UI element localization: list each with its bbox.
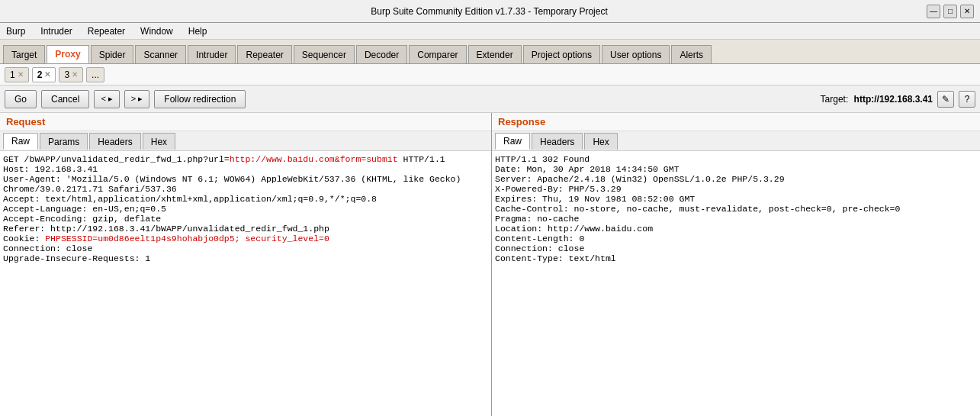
request-line-referer: Referer: http://192.168.3.41/bWAPP/unval… — [3, 224, 488, 234]
menu-repeater[interactable]: Repeater — [85, 25, 128, 37]
num-tab-2-label: 2 — [37, 69, 43, 80]
response-tab-headers[interactable]: Headers — [532, 133, 583, 150]
request-line-accept: Accept: text/html,application/xhtml+xml,… — [3, 194, 488, 204]
tab-extender[interactable]: Extender — [468, 45, 522, 63]
response-content[interactable]: HTTP/1.1 302 Found Date: Mon, 30 Apr 201… — [492, 151, 980, 416]
tab-sequencer[interactable]: Sequencer — [294, 45, 355, 63]
request-method-path: GET /bWAPP/unvalidated_redir_fwd_1.php?u… — [3, 154, 230, 164]
main-tab-bar: Target Proxy Spider Scanner Intruder Rep… — [0, 40, 980, 64]
forward-button[interactable]: > ▸ — [124, 90, 149, 108]
request-line-ua2: Chrome/39.0.2171.71 Safari/537.36 — [3, 184, 488, 194]
request-tab-headers[interactable]: Headers — [89, 133, 140, 150]
tab-repeater[interactable]: Repeater — [237, 45, 291, 63]
response-line-1: Date: Mon, 30 Apr 2018 14:34:50 GMT — [495, 164, 977, 174]
number-tab-bar: 1 ✕ 2 ✕ 3 ✕ ... — [0, 64, 980, 85]
request-cookie-value: PHPSESSID=um0d86eelt1p4s9hohabjo0dp5; se… — [45, 234, 329, 243]
help-button[interactable]: ? — [959, 91, 975, 108]
minimize-button[interactable]: — — [927, 5, 940, 18]
tab-target[interactable]: Target — [3, 45, 45, 63]
request-section-label: Request — [0, 113, 491, 131]
target-label-text: Target: — [821, 94, 849, 105]
response-section-label: Response — [492, 113, 980, 131]
cancel-button[interactable]: Cancel — [41, 90, 89, 108]
request-tab-params[interactable]: Params — [40, 133, 88, 150]
request-http-version: HTTP/1.1 — [398, 154, 445, 164]
response-tab-raw[interactable]: Raw — [495, 133, 530, 150]
response-tab-hex[interactable]: Hex — [584, 133, 617, 150]
menu-intruder[interactable]: Intruder — [37, 25, 75, 37]
request-line-upgrade: Upgrade-Insecure-Requests: 1 — [3, 253, 488, 263]
target-label-area: Target: http://192.168.3.41 — [821, 94, 933, 105]
request-content[interactable]: GET /bWAPP/unvalidated_redir_fwd_1.php?u… — [0, 151, 491, 416]
request-line-ua1: User-Agent: 'Mozilla/5.0 (Windows NT 6.1… — [3, 174, 488, 184]
response-line-6: Pragma: no-cache — [495, 214, 977, 224]
request-line-cookie: Cookie: PHPSESSID=um0d86eelt1p4s9hohabjo… — [3, 234, 488, 243]
num-tab-3[interactable]: 3 ✕ — [59, 67, 83, 82]
tab-proxy[interactable]: Proxy — [47, 45, 88, 63]
request-line-host: Host: 192.168.3.41 — [3, 164, 488, 174]
menu-window[interactable]: Window — [137, 25, 176, 37]
num-tab-2[interactable]: 2 ✕ — [32, 67, 56, 82]
num-tab-2-close[interactable]: ✕ — [44, 70, 50, 79]
go-button[interactable]: Go — [5, 90, 37, 108]
num-tab-1-label: 1 — [10, 69, 15, 80]
request-line-lang: Accept-Language: en-US,en;q=0.5 — [3, 204, 488, 214]
tab-comparer[interactable]: Comparer — [409, 45, 466, 63]
request-cookie-label: Cookie: — [3, 234, 45, 243]
tab-project-options[interactable]: Project options — [523, 45, 600, 63]
tab-alerts[interactable]: Alerts — [671, 45, 712, 63]
tab-decoder[interactable]: Decoder — [356, 45, 407, 63]
request-panel: Request Raw Params Headers Hex GET /bWAP… — [0, 113, 492, 416]
close-button[interactable]: ✕ — [960, 5, 974, 18]
menu-bar: Burp Intruder Repeater Window Help — [0, 23, 980, 40]
title-bar: Burp Suite Community Edition v1.7.33 - T… — [0, 0, 980, 23]
edit-target-button[interactable]: ✎ — [937, 91, 954, 108]
request-tab-hex[interactable]: Hex — [143, 133, 175, 150]
maximize-button[interactable]: □ — [943, 5, 957, 18]
back-button[interactable]: < ▸ — [94, 90, 119, 108]
num-tab-3-label: 3 — [64, 69, 69, 80]
response-line-4: Expires: Thu, 19 Nov 1981 08:52:00 GMT — [495, 194, 977, 204]
response-line-8: Content-Length: 0 — [495, 234, 977, 243]
num-tab-1-close[interactable]: ✕ — [18, 70, 24, 79]
num-tab-more[interactable]: ... — [86, 67, 104, 82]
request-line-encoding: Accept-Encoding: gzip, deflate — [3, 214, 488, 224]
toolbar: Go Cancel < ▸ > ▸ Follow redirection Tar… — [0, 85, 980, 113]
response-line-2: Server: Apache/2.4.18 (Win32) OpenSSL/1.… — [495, 174, 977, 184]
response-tab-bar: Raw Headers Hex — [492, 131, 980, 151]
content-area: Request Raw Params Headers Hex GET /bWAP… — [0, 113, 980, 416]
tab-intruder[interactable]: Intruder — [188, 45, 236, 63]
tab-spider[interactable]: Spider — [91, 45, 134, 63]
response-line-0: HTTP/1.1 302 Found — [495, 154, 977, 164]
tab-scanner[interactable]: Scanner — [135, 45, 186, 63]
response-line-3: X-Powered-By: PHP/5.3.29 — [495, 184, 977, 194]
num-tab-more-label: ... — [92, 69, 99, 80]
request-line-1: GET /bWAPP/unvalidated_redir_fwd_1.php?u… — [3, 154, 488, 164]
target-value: http://192.168.3.41 — [854, 94, 933, 105]
tab-user-options[interactable]: User options — [602, 45, 670, 63]
num-tab-1[interactable]: 1 ✕ — [5, 67, 29, 82]
response-line-5: Cache-Control: no-store, no-cache, must-… — [495, 204, 977, 214]
menu-burp[interactable]: Burp — [3, 25, 28, 37]
response-line-7: Location: http://www.baidu.com — [495, 224, 977, 234]
window-controls[interactable]: — □ ✕ — [927, 5, 974, 18]
response-panel: Response Raw Headers Hex HTTP/1.1 302 Fo… — [492, 113, 980, 416]
follow-redirection-button[interactable]: Follow redirection — [154, 90, 246, 108]
response-line-9: Connection: close — [495, 243, 977, 253]
window-title: Burp Suite Community Edition v1.7.33 - T… — [52, 6, 927, 17]
num-tab-3-close[interactable]: ✕ — [72, 70, 78, 79]
request-tab-bar: Raw Params Headers Hex — [0, 131, 491, 151]
request-url-link: http://www.baidu.com&form=submit — [230, 154, 398, 164]
response-line-10: Content-Type: text/html — [495, 253, 977, 263]
menu-help[interactable]: Help — [185, 25, 210, 37]
request-line-connection: Connection: close — [3, 243, 488, 253]
request-tab-raw[interactable]: Raw — [3, 133, 38, 150]
